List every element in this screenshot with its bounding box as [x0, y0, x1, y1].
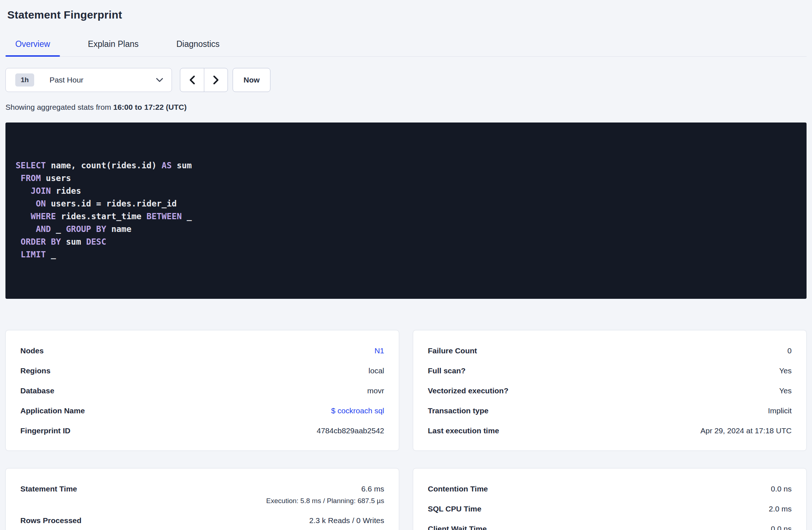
stat-row: Statement Time6.6 msExecution: 5.8 ms / … — [20, 484, 384, 506]
stat-value: local — [369, 366, 384, 376]
stat-label: Contention Time — [428, 484, 488, 494]
stat-value-cell: 6.6 msExecution: 5.8 ms / Planning: 687.… — [266, 484, 384, 506]
statement-timing-panel: Statement Time6.6 msExecution: 5.8 ms / … — [5, 468, 399, 530]
time-picker-row: 1h Past Hour — [5, 68, 807, 92]
now-button[interactable]: Now — [233, 68, 270, 92]
sql-line: ON users.id = rides.rider_id — [16, 197, 796, 210]
stat-value-cell: Apr 29, 2024 at 17:18 UTC — [700, 426, 792, 436]
stat-value-cell: Yes — [779, 366, 792, 376]
stat-value: 0 — [787, 346, 792, 356]
stat-value-link[interactable]: N1 — [374, 346, 384, 355]
stat-value: 4784cb829aab2542 — [317, 426, 384, 436]
stat-value-cell: N1 — [374, 346, 384, 356]
page-title: Statement Fingerprint — [7, 9, 807, 21]
stat-value-cell: Yes — [779, 386, 792, 396]
tab-explain-plans[interactable]: Explain Plans — [78, 34, 148, 56]
stat-value-cell: 2.3 k Reads / 0 Writes — [309, 515, 384, 526]
chevron-left-icon — [189, 75, 196, 85]
stats-line-prefix: Showing aggregated stats from — [5, 103, 113, 111]
stat-value-cell: 0.0 ns — [771, 524, 792, 530]
stat-row: Vectorized execution?Yes — [428, 386, 792, 396]
stat-value: 0.0 ns — [771, 524, 792, 530]
sql-line: LIMIT _ — [16, 248, 796, 261]
stat-value: 2.3 k Reads / 0 Writes — [309, 515, 384, 526]
stat-subvalue: Execution: 5.8 ms / Planning: 687.5 µs — [266, 496, 384, 506]
stat-row: Last execution timeApr 29, 2024 at 17:18… — [428, 426, 792, 436]
stat-label: Full scan? — [428, 366, 466, 376]
stat-label: Failure Count — [428, 346, 477, 356]
summary-panels: NodesN1RegionslocalDatabasemovrApplicati… — [5, 330, 807, 530]
stat-label: Application Name — [20, 406, 85, 416]
sql-statement-box: SELECT name, count(rides.id) AS sum FROM… — [5, 123, 807, 299]
stat-row: Client Wait Time0.0 ns — [428, 524, 792, 530]
stat-label: Vectorized execution? — [428, 386, 508, 396]
sql-line: FROM users — [16, 172, 796, 185]
stat-value: Implicit — [768, 406, 792, 416]
time-range-badge: 1h — [15, 73, 34, 87]
stat-label: Last execution time — [428, 426, 499, 436]
stat-label: Transaction type — [428, 406, 489, 416]
stat-label: Statement Time — [20, 484, 77, 494]
stat-value-cell: local — [369, 366, 384, 376]
stat-value: Apr 29, 2024 at 17:18 UTC — [700, 426, 792, 436]
tab-diagnostics[interactable]: Diagnostics — [166, 34, 229, 56]
stat-label: Database — [20, 386, 54, 396]
sql-line: WHERE rides.start_time BETWEEN _ — [16, 210, 796, 223]
stat-value: 6.6 ms — [266, 484, 384, 494]
next-time-button[interactable] — [204, 68, 228, 92]
sql-code: SELECT name, count(rides.id) AS sum FROM… — [16, 159, 796, 261]
chevron-right-icon — [212, 75, 220, 85]
stats-line-range: 16:00 to 17:22 (UTC) — [113, 103, 187, 111]
stat-value-cell: movr — [367, 386, 384, 396]
chevron-down-icon — [156, 77, 164, 83]
stat-value-cell: 2.0 ms — [769, 504, 792, 514]
stat-label: Regions — [20, 366, 51, 376]
time-step-button-group — [180, 68, 228, 92]
stat-value-cell: 0.0 ns — [771, 484, 792, 494]
stat-value-link[interactable]: $ cockroach sql — [331, 406, 384, 415]
sql-line: ORDER BY sum DESC — [16, 236, 796, 248]
stat-row: Application Name$ cockroach sql — [20, 406, 384, 416]
wait-times-panel: Contention Time0.0 nsSQL CPU Time2.0 msC… — [413, 468, 807, 530]
stat-row: Full scan?Yes — [428, 366, 792, 376]
tab-overview[interactable]: Overview — [5, 34, 60, 56]
stat-row: Databasemovr — [20, 386, 384, 396]
stat-value-cell: 0 — [787, 346, 792, 356]
sql-line: AND _ GROUP BY name — [16, 223, 796, 236]
statement-details-panel: NodesN1RegionslocalDatabasemovrApplicati… — [5, 330, 399, 451]
tab-bar: Overview Explain Plans Diagnostics — [5, 34, 807, 57]
stat-value: Yes — [779, 366, 792, 376]
aggregated-stats-line: Showing aggregated stats from 16:00 to 1… — [5, 103, 807, 112]
stat-row: Contention Time0.0 ns — [428, 484, 792, 494]
sql-line: SELECT name, count(rides.id) AS sum — [16, 159, 796, 172]
stat-value-cell: 4784cb829aab2542 — [317, 426, 384, 436]
stat-label: SQL CPU Time — [428, 504, 481, 514]
stat-row: Failure Count0 — [428, 346, 792, 356]
stat-row: Rows Processed2.3 k Reads / 0 Writes — [20, 515, 384, 526]
stat-value: 0.0 ns — [771, 484, 792, 494]
stat-label: Client Wait Time — [428, 524, 487, 530]
stat-value: 2.0 ms — [769, 504, 792, 514]
stat-value: movr — [367, 386, 384, 396]
stat-value-cell: $ cockroach sql — [331, 406, 384, 416]
sql-line: JOIN rides — [16, 185, 796, 197]
time-range-dropdown[interactable]: 1h Past Hour — [5, 68, 172, 92]
time-range-label: Past Hour — [49, 76, 156, 84]
stat-label: Rows Processed — [20, 515, 81, 526]
stat-row: Regionslocal — [20, 366, 384, 376]
stat-row: NodesN1 — [20, 346, 384, 356]
stat-label: Nodes — [20, 346, 44, 356]
previous-time-button[interactable] — [180, 68, 204, 92]
stat-label: Fingerprint ID — [20, 426, 71, 436]
execution-attributes-panel: Failure Count0Full scan?YesVectorized ex… — [413, 330, 807, 451]
stat-value-cell: Implicit — [768, 406, 792, 416]
stat-row: Fingerprint ID4784cb829aab2542 — [20, 426, 384, 436]
stat-value: Yes — [779, 386, 792, 396]
stat-row: Transaction typeImplicit — [428, 406, 792, 416]
stat-row: SQL CPU Time2.0 ms — [428, 504, 792, 514]
page: Statement Fingerprint Overview Explain P… — [0, 0, 812, 530]
